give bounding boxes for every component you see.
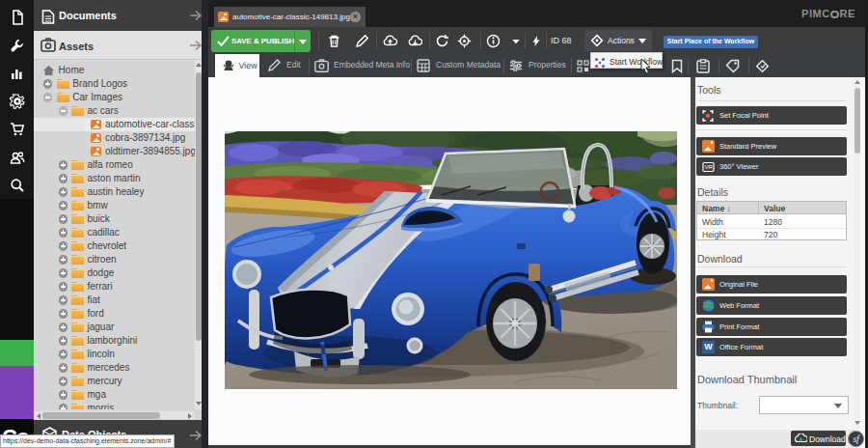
svg-text:VR: VR xyxy=(704,163,713,170)
